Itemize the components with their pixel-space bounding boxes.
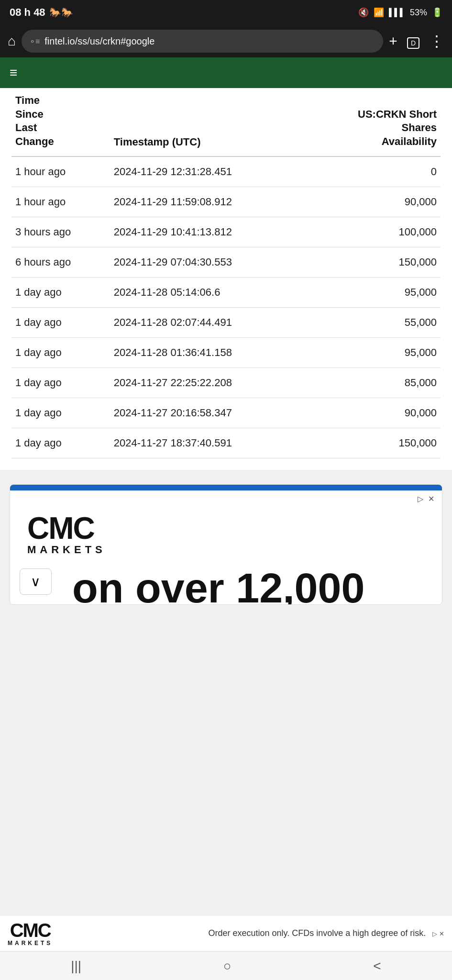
table-row: 3 hours ago 2024-11-29 10:41:13.812 100,… [11,217,441,247]
url-bar[interactable]: ⚬≡ fintel.io/ss/us/crkn#google [22,30,383,53]
cell-time-since: 1 day ago [11,398,110,428]
ad-close-icon[interactable]: ✕ [428,494,434,503]
navigation-bar: ||| ○ < [0,951,452,980]
col1-line4: Change [15,135,106,149]
battery-display: 53% [410,8,427,18]
browser-actions: + D ⋮ [389,32,444,50]
col-time-header: Time Since Last Change [11,88,110,156]
table-row: 1 day ago 2024-11-28 01:36:41.158 95,000 [11,338,441,368]
bottom-ad-logo: CMC MARKETS [8,921,53,947]
cell-timestamp: 2024-11-29 07:04:30.553 [110,247,306,278]
cmc-markets-label: MARKETS [27,544,106,556]
col1-line2: Since [15,108,106,122]
cell-availability: 55,000 [306,308,441,338]
cell-time-since: 1 day ago [11,338,110,368]
tab-switcher-button[interactable]: D [407,34,419,49]
cell-timestamp: 2024-11-28 01:36:41.158 [110,338,306,368]
table-row: 1 hour ago 2024-11-29 11:59:08.912 90,00… [11,187,441,217]
home-icon[interactable]: ⌂ [8,33,16,49]
cell-timestamp: 2024-11-27 18:37:40.591 [110,428,306,458]
time-display: 08 h 48 [10,6,45,19]
table-row: 6 hours ago 2024-11-29 07:04:30.553 150,… [11,247,441,278]
cell-time-since: 1 day ago [11,308,110,338]
home-button[interactable]: ○ [223,958,232,974]
more-options-button[interactable]: ⋮ [429,32,444,50]
main-content: Time Since Last Change Timestamp (UTC) U… [0,88,452,470]
ad-attribution-icon: ▷ [418,494,423,503]
cell-timestamp: 2024-11-28 05:14:06.6 [110,278,306,308]
back-button[interactable]: < [373,958,381,974]
col3-line1: US:CRKN Short [309,108,437,122]
cmc-brand-name: CMC [27,513,94,544]
data-table: Time Since Last Change Timestamp (UTC) U… [11,88,441,458]
table-body: 1 hour ago 2024-11-29 12:31:28.451 0 1 h… [11,156,441,458]
bottom-ad-text: Order execution only. CFDs involve a hig… [59,927,426,939]
cell-time-since: 1 day ago [11,368,110,398]
bottom-cmc-markets: MARKETS [8,940,53,947]
cell-availability: 90,000 [306,398,441,428]
cell-time-since: 1 hour ago [11,187,110,217]
ad-controls: ▷ ✕ [10,490,442,503]
cell-time-since: 1 day ago [11,278,110,308]
url-text: fintel.io/ss/us/crkn#google [44,36,375,47]
bottom-ad-close-area[interactable]: ▷ ✕ [432,930,444,937]
cell-availability: 150,000 [306,247,441,278]
browser-bar: ⌂ ⚬≡ fintel.io/ss/us/crkn#google + D ⋮ [0,25,452,57]
table-row: 1 day ago 2024-11-27 18:37:40.591 150,00… [11,428,441,458]
cell-availability: 0 [306,156,441,187]
bottom-cmc-name: CMC [10,921,51,940]
cmc-logo: CMC MARKETS [27,513,425,556]
table-row: 1 hour ago 2024-11-29 12:31:28.451 0 [11,156,441,187]
cell-time-since: 3 hours ago [11,217,110,247]
col3-line2: Shares [309,121,437,135]
col-timestamp-header: Timestamp (UTC) [110,88,306,156]
cell-availability: 90,000 [306,187,441,217]
mute-icon: 🔇 [358,7,369,18]
hamburger-menu[interactable]: ≡ [10,66,17,79]
cell-availability: 95,000 [306,338,441,368]
cell-timestamp: 2024-11-29 12:31:28.451 [110,156,306,187]
security-icon: ⚬≡ [29,37,40,46]
col3-line3: Availability [309,135,437,149]
cell-availability: 100,000 [306,217,441,247]
cell-timestamp: 2024-11-27 22:25:22.208 [110,368,306,398]
table-row: 1 day ago 2024-11-28 02:07:44.491 55,000 [11,308,441,338]
status-time: 08 h 48 🐎🐎 [10,6,73,19]
cell-time-since: 1 hour ago [11,156,110,187]
cell-availability: 150,000 [306,428,441,458]
wifi-icon: 📶 [374,7,384,18]
cell-availability: 85,000 [306,368,441,398]
cell-time-since: 1 day ago [11,428,110,458]
status-right-icons: 🔇 📶 ▌▌▌ 53% 🔋 [358,7,442,18]
col-availability-header: US:CRKN Short Shares Availability [306,88,441,156]
table-row: 1 day ago 2024-11-27 20:16:58.347 90,000 [11,398,441,428]
ad-bottom-area: ∨ on over 12,000 [20,568,432,595]
tab-icon: D [407,37,419,49]
status-bar: 08 h 48 🐎🐎 🔇 📶 ▌▌▌ 53% 🔋 [0,0,452,25]
cell-timestamp: 2024-11-29 11:59:08.912 [110,187,306,217]
cell-timestamp: 2024-11-28 02:07:44.491 [110,308,306,338]
table-row: 1 day ago 2024-11-27 22:25:22.208 85,000 [11,368,441,398]
chevron-down-icon: ∨ [31,574,41,590]
bottom-ad-bar: CMC MARKETS Order execution only. CFDs i… [0,915,452,951]
col1-line1: Time [15,94,106,108]
chevron-down-button[interactable]: ∨ [20,568,52,595]
battery-icon: 🔋 [432,7,442,18]
site-header: ≡ [0,57,452,88]
col1-line3: Last [15,121,106,135]
ad-logo-area: CMC MARKETS [10,503,442,568]
cell-time-since: 6 hours ago [11,247,110,278]
status-icons: 🐎🐎 [49,7,73,18]
signal-icon: ▌▌▌ [389,8,405,17]
recent-apps-button[interactable]: ||| [71,958,81,974]
cell-timestamp: 2024-11-29 10:41:13.812 [110,217,306,247]
ad-attribution-label: ▷ ✕ [432,930,444,937]
table-row: 1 day ago 2024-11-28 05:14:06.6 95,000 [11,278,441,308]
ad-overflow-text: on over 12,000 [72,564,364,605]
cell-availability: 95,000 [306,278,441,308]
cell-timestamp: 2024-11-27 20:16:58.347 [110,398,306,428]
advertisement-section: ▷ ✕ CMC MARKETS ∨ on over 12,000 [10,484,442,605]
ad-blue-bar [10,485,442,490]
add-tab-button[interactable]: + [389,33,397,49]
